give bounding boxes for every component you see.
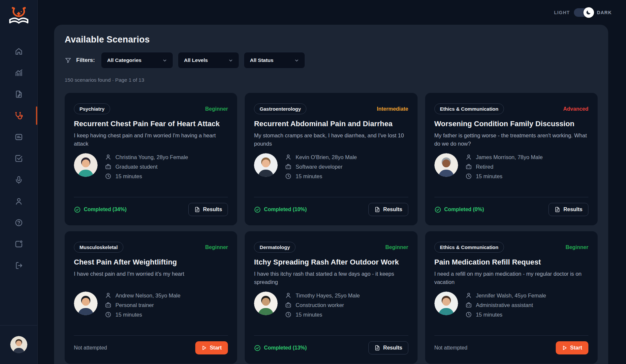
sidebar-item-home[interactable]: [0, 45, 37, 58]
start-button[interactable]: Start: [556, 341, 588, 354]
completion-status: Not attempted: [434, 345, 468, 351]
category-filter-dropdown[interactable]: All Categories: [101, 52, 173, 69]
results-button[interactable]: Results: [368, 203, 408, 216]
start-button[interactable]: Start: [195, 341, 228, 354]
briefcase-icon: [105, 302, 111, 308]
category-badge: Dermatology: [254, 242, 296, 253]
status-filter-value: All Status: [250, 57, 273, 63]
scenario-title: Itchy Spreading Rash After Outdoor Work: [254, 258, 408, 266]
scenario-card[interactable]: Dermatology Beginner Itchy Spreading Ras…: [245, 231, 417, 364]
category-badge: Ethics & Communication: [434, 103, 504, 114]
difficulty-label: Advanced: [563, 106, 588, 112]
card-divider: [254, 197, 408, 197]
card-divider: [74, 335, 228, 336]
scenario-card[interactable]: Ethics & Communication Advanced Worsenin…: [425, 93, 598, 225]
status-filter-dropdown[interactable]: All Status: [244, 52, 305, 69]
difficulty-label: Beginner: [205, 106, 228, 112]
scenario-duration: 15 minutes: [115, 312, 142, 318]
sidebar-item-scenarios[interactable]: [0, 109, 37, 122]
sidebar-nav: [0, 45, 37, 272]
filter-bar: Filters: All Categories All Levels All S…: [65, 52, 598, 69]
results-button[interactable]: Results: [368, 341, 408, 354]
results-button[interactable]: Results: [188, 203, 228, 216]
sidebar-item-voice[interactable]: [0, 173, 37, 186]
patient-occupation: Graduate student: [115, 164, 158, 170]
card-divider: [434, 197, 588, 197]
scenario-title: Recurrent Chest Pain Fear of Heart Attac…: [74, 120, 228, 128]
scenario-description: I keep having chest pain and I'm worried…: [74, 131, 228, 148]
completion-status: Completed (0%): [434, 206, 484, 213]
level-filter-dropdown[interactable]: All Levels: [178, 52, 239, 69]
dark-mode-label: DARK: [597, 10, 612, 15]
sidebar-item-logout[interactable]: [0, 259, 37, 272]
app-logo-icon: [8, 5, 30, 29]
category-badge: Gastroenterology: [254, 103, 306, 114]
briefcase-icon: [465, 163, 472, 170]
scenario-card[interactable]: Musculoskeletal Beginner Chest Pain Afte…: [65, 231, 237, 364]
patient-occupation: Administrative assistant: [476, 302, 533, 308]
scenario-description: My father is getting worse - the treatme…: [434, 131, 588, 148]
patient-avatar: [74, 153, 98, 177]
sidebar: [0, 0, 38, 364]
scenario-title: Chest Pain After Weightlifting: [74, 258, 228, 266]
sidebar-user-avatar[interactable]: [10, 336, 27, 353]
difficulty-label: Beginner: [205, 244, 228, 250]
sidebar-item-notes[interactable]: [0, 130, 37, 144]
patient-avatar: [434, 153, 458, 177]
sidebar-item-device-status[interactable]: [0, 238, 37, 251]
theme-toggle-knob[interactable]: [583, 7, 594, 18]
theme-toggle[interactable]: [574, 8, 593, 17]
patient-name: Christina Young, 28yo Female: [115, 154, 188, 160]
sidebar-item-assessments[interactable]: [0, 152, 37, 165]
chevron-down-icon: [162, 58, 168, 63]
person-icon: [465, 154, 472, 160]
completion-status: Completed (34%): [74, 206, 127, 213]
person-icon: [465, 292, 472, 299]
results-button[interactable]: Results: [548, 203, 588, 216]
category-badge: Musculoskeletal: [74, 242, 123, 253]
scenario-description: My stomach cramps are back, I have diarr…: [254, 131, 408, 148]
chevron-down-icon: [228, 58, 234, 63]
patient-occupation: Construction worker: [296, 302, 344, 308]
scenario-grid: Psychiatry Beginner Recurrent Chest Pain…: [65, 93, 598, 364]
clock-icon: [465, 311, 472, 318]
patient-avatar: [254, 292, 278, 315]
scenarios-panel: Available Scenarios Filters: All Categor…: [54, 25, 608, 364]
play-icon: [562, 345, 567, 350]
person-icon: [105, 154, 111, 160]
level-filter-value: All Levels: [184, 57, 208, 63]
patient-avatar: [254, 153, 278, 177]
filters-label: Filters:: [76, 57, 95, 64]
patient-occupation: Software developer: [296, 164, 342, 170]
check-circle-icon: [254, 206, 261, 213]
chevron-down-icon: [294, 58, 299, 63]
clock-icon: [105, 311, 111, 318]
scenario-title: Recurrent Abdominal Pain and Diarrhea: [254, 120, 408, 128]
sidebar-item-analytics[interactable]: [0, 66, 37, 79]
scenario-duration: 15 minutes: [296, 312, 322, 318]
person-icon: [285, 292, 292, 299]
scenario-card[interactable]: Ethics & Communication Beginner Pain Med…: [425, 231, 598, 364]
patient-name: James Morrison, 78yo Male: [476, 154, 543, 160]
check-circle-icon: [74, 206, 81, 213]
sidebar-item-help[interactable]: [0, 216, 37, 229]
category-badge: Psychiatry: [74, 103, 110, 114]
difficulty-label: Beginner: [385, 244, 408, 250]
person-icon: [285, 154, 292, 160]
scenario-title: Worsening Condition Family Discussion: [434, 120, 588, 128]
scenario-description: I need a refill on my pain medication - …: [434, 270, 588, 286]
clock-icon: [285, 173, 292, 180]
briefcase-icon: [465, 302, 472, 308]
scenario-description: I have chest pain and I'm worried it's m…: [74, 270, 228, 286]
clock-icon: [465, 173, 472, 180]
category-badge: Ethics & Communication: [434, 242, 504, 253]
sidebar-item-profile[interactable]: [0, 195, 37, 208]
patient-avatar: [434, 292, 458, 315]
sidebar-item-scenario-editor[interactable]: [0, 88, 37, 101]
scenario-card[interactable]: Psychiatry Beginner Recurrent Chest Pain…: [65, 93, 237, 225]
scenario-card[interactable]: Gastroenterology Intermediate Recurrent …: [245, 93, 417, 225]
completion-status: Completed (10%): [254, 206, 307, 213]
sidebar-divider: [0, 325, 37, 325]
scenario-duration: 15 minutes: [476, 312, 503, 318]
briefcase-icon: [285, 163, 292, 170]
